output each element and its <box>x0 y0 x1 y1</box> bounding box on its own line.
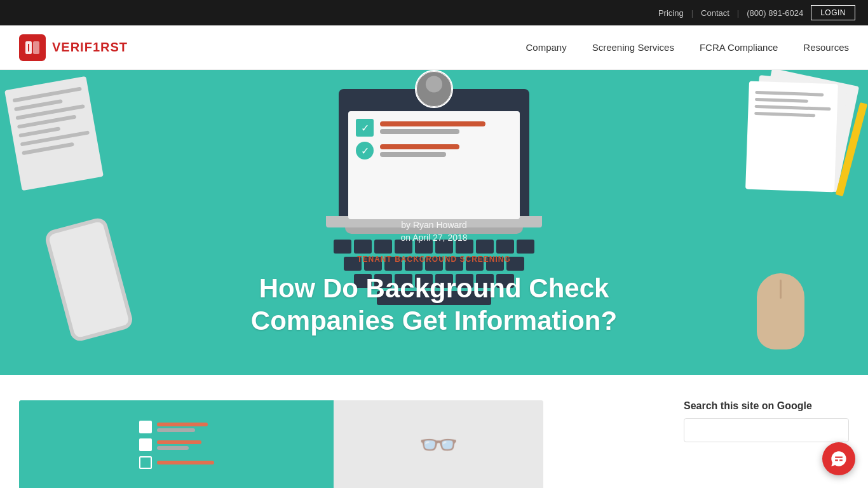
article-img-right: 👓 <box>334 400 543 488</box>
article-image: 👓 <box>19 400 543 488</box>
svg-rect-1 <box>33 41 39 54</box>
logo-link[interactable]: VERIF1RST <box>19 34 128 61</box>
hero-category: Tenant Background Screening <box>357 255 511 264</box>
author-avatar <box>415 70 453 108</box>
screen-checkbox: ✓ <box>356 119 374 137</box>
hero-date: on April 27, 2018 <box>0 233 868 243</box>
separator-1: | <box>691 8 693 18</box>
nav-resources[interactable]: Resources <box>803 42 849 53</box>
content-area: 👓 Search this site on Google <box>0 375 868 488</box>
article-img-left <box>19 400 334 488</box>
hero-section: ✓ ✓ <box>0 70 868 375</box>
laptop-screen: ✓ ✓ <box>339 89 529 216</box>
glasses-icon: 👓 <box>419 426 458 463</box>
main-nav: VERIF1RST Company Screening Services FCR… <box>0 25 868 70</box>
hero-title: How Do Background Check Companies Get In… <box>205 273 663 337</box>
sidebar: Search this site on Google <box>684 400 849 488</box>
logo-text: VERIF1RST <box>52 40 128 55</box>
papers-decoration <box>735 76 849 203</box>
search-input[interactable] <box>684 418 849 442</box>
logo-pre: VERIF <box>52 40 93 54</box>
top-bar: Pricing | Contact | (800) 891-6024 LOGIN <box>0 0 868 25</box>
nav-company[interactable]: Company <box>526 42 566 53</box>
contact-link[interactable]: Contact <box>701 8 729 18</box>
phone-link[interactable]: (800) 891-6024 <box>747 8 803 18</box>
notebook-decoration <box>4 76 104 191</box>
nav-screening[interactable]: Screening Services <box>592 42 674 53</box>
separator-2: | <box>737 8 739 18</box>
login-button[interactable]: LOGIN <box>811 5 855 20</box>
hero-author: by Ryan Howard <box>0 220 868 230</box>
chat-button[interactable] <box>822 442 855 475</box>
nav-fcra[interactable]: FCRA Compliance <box>700 42 778 53</box>
nav-links: Company Screening Services FCRA Complian… <box>526 42 849 53</box>
hero-content: by Ryan Howard on April 27, 2018 Tenant … <box>0 220 868 337</box>
logo-accent: 1 <box>93 40 100 54</box>
logo-icon <box>19 34 46 61</box>
screen-content: ✓ ✓ <box>348 111 520 219</box>
main-content: 👓 <box>19 400 658 488</box>
logo-post: RST <box>100 40 128 54</box>
svg-point-3 <box>426 76 442 92</box>
search-label: Search this site on Google <box>684 400 849 412</box>
checklist-mini <box>139 421 214 469</box>
pricing-link[interactable]: Pricing <box>658 8 684 18</box>
